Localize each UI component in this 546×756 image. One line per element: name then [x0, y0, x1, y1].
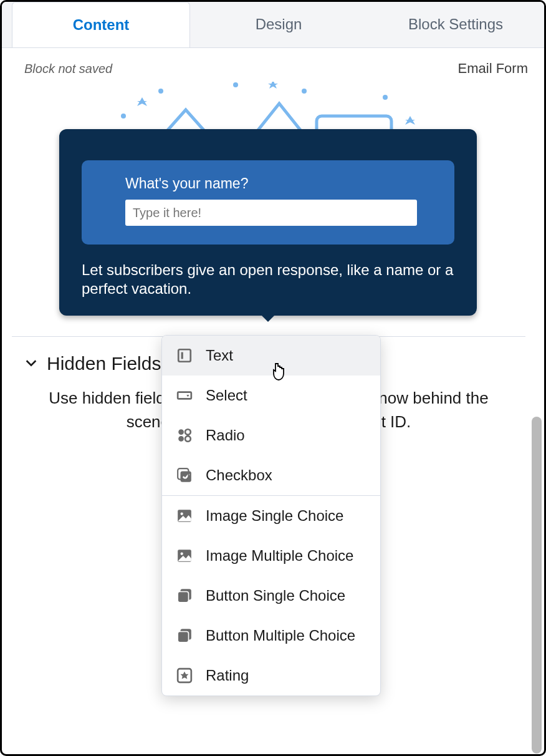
checkbox-field-icon — [176, 467, 193, 484]
text-field-icon — [176, 347, 193, 364]
rating-icon — [176, 667, 193, 684]
svg-point-19 — [181, 513, 183, 515]
tab-bar: Content Design Block Settings — [2, 2, 544, 48]
field-type-dropdown: Text Select Radio Checkbox Image Single … — [161, 335, 381, 696]
dropdown-item-radio[interactable]: Radio — [162, 415, 380, 455]
svg-point-14 — [178, 436, 184, 442]
tooltip-description: Let subscribers give an open response, l… — [82, 261, 454, 298]
dropdown-item-button-multiple[interactable]: Button Multiple Choice — [162, 616, 380, 656]
svg-point-12 — [178, 429, 184, 435]
radio-field-icon — [176, 427, 193, 444]
block-status: Block not saved — [24, 62, 112, 76]
dropdown-item-label: Radio — [206, 427, 245, 444]
sub-header: Block not saved Email Form — [2, 48, 544, 82]
field-type-tooltip: What's your name? Let subscribers give a… — [59, 129, 477, 316]
svg-point-2 — [158, 89, 163, 94]
tab-content[interactable]: Content — [12, 2, 190, 47]
form-type-label: Email Form — [458, 61, 528, 77]
dropdown-item-label: Image Single Choice — [206, 507, 343, 525]
pointer-cursor-icon — [270, 362, 287, 387]
image-icon — [176, 507, 193, 525]
tooltip-question-label: What's your name? — [125, 175, 417, 192]
tooltip-preview-card: What's your name? — [82, 160, 454, 245]
dropdown-item-label: Text — [206, 347, 233, 364]
dropdown-item-label: Image Multiple Choice — [206, 547, 353, 565]
dropdown-item-button-single[interactable]: Button Single Choice — [162, 576, 380, 616]
select-field-icon — [176, 387, 193, 404]
dropdown-item-checkbox[interactable]: Checkbox — [162, 455, 380, 495]
svg-point-3 — [233, 82, 238, 87]
dropdown-item-label: Select — [206, 387, 247, 404]
svg-point-21 — [181, 553, 183, 555]
svg-rect-10 — [181, 352, 183, 359]
dropdown-item-image-multiple[interactable]: Image Multiple Choice — [162, 536, 380, 576]
svg-rect-23 — [178, 592, 188, 603]
svg-marker-8 — [405, 116, 415, 125]
svg-point-1 — [121, 114, 126, 119]
dropdown-item-image-single[interactable]: Image Single Choice — [162, 496, 380, 536]
svg-point-15 — [185, 436, 191, 442]
svg-rect-11 — [178, 392, 191, 399]
tab-design[interactable]: Design — [190, 2, 367, 47]
svg-rect-25 — [178, 632, 188, 642]
svg-point-4 — [302, 89, 307, 94]
tab-block-settings[interactable]: Block Settings — [367, 2, 544, 47]
chevron-down-icon — [24, 353, 38, 374]
scrollbar[interactable] — [532, 52, 542, 748]
dropdown-item-label: Checkbox — [206, 467, 272, 484]
dropdown-item-label: Button Multiple Choice — [206, 627, 355, 644]
hidden-fields-title: Hidden Fields — [47, 353, 161, 374]
svg-marker-6 — [268, 82, 278, 89]
dropdown-item-rating[interactable]: Rating — [162, 656, 380, 695]
dropdown-item-label: Button Single Choice — [206, 587, 345, 604]
svg-rect-9 — [178, 349, 191, 362]
tooltip-sample-input — [125, 200, 417, 226]
svg-point-5 — [383, 95, 388, 100]
button-stack-icon — [176, 587, 193, 604]
dropdown-item-label: Rating — [206, 667, 249, 684]
svg-marker-7 — [137, 97, 147, 106]
svg-point-13 — [185, 429, 191, 435]
scrollbar-thumb[interactable] — [532, 417, 542, 754]
button-stack-icon — [176, 627, 193, 644]
image-icon — [176, 547, 193, 565]
